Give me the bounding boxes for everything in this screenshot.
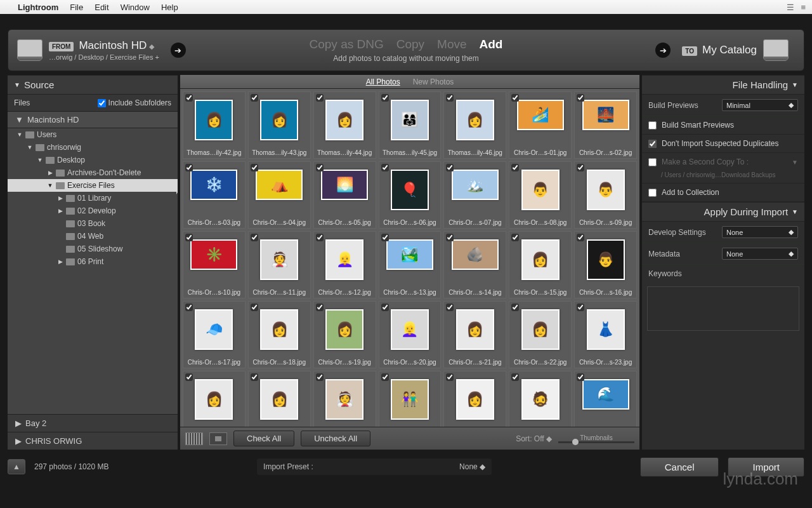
cancel-button[interactable]: Cancel (640, 457, 719, 477)
thumbnail-checkbox[interactable] (251, 373, 258, 381)
thumbnail-checkbox[interactable] (251, 304, 258, 311)
uncheck-all-button[interactable]: Uncheck All (301, 431, 370, 446)
mode-copy[interactable]: Copy (396, 37, 424, 51)
folder-users[interactable]: ▼Users (8, 128, 178, 141)
menu-help[interactable]: Help (161, 3, 178, 12)
thumbnail-checkbox[interactable] (185, 373, 193, 381)
thumbnail-checkbox[interactable] (381, 373, 389, 381)
thumbnail-checkbox[interactable] (316, 164, 324, 171)
thumbnail-cell[interactable]: ✳️Chris-Or…s-10.jpg (183, 231, 246, 298)
import-preset-select[interactable]: Import Preset : None ◆ (257, 458, 492, 475)
panel-header-source[interactable]: ▼Source (8, 75, 178, 95)
thumbnail-cell[interactable]: 👨‍👩‍👧Thomas…ily-45.jpg (379, 91, 442, 159)
arrow-right-button[interactable]: ➔ (655, 43, 671, 58)
thumbnail-checkbox[interactable] (251, 94, 258, 102)
thumbnail-checkbox[interactable] (446, 94, 454, 102)
thumbnail-checkbox[interactable] (511, 164, 519, 171)
folder-04-web[interactable]: 04 Web (8, 230, 178, 243)
thumbnail-cell[interactable]: 👩Chris-Or…s-15.jpg (509, 231, 572, 298)
thumbnail-checkbox[interactable] (381, 164, 389, 171)
thumbnail-checkbox[interactable] (577, 373, 584, 381)
thumbnail-cell[interactable]: 🎈Chris-Or…s-06.jpg (379, 161, 442, 229)
folder-06-print[interactable]: ▶06 Print (8, 255, 178, 268)
source-section[interactable]: ▶CHRIS ORWIG (8, 432, 178, 450)
thumbnail-cell[interactable]: 👱‍♀️Chris-Or…s-20.jpg (379, 301, 442, 368)
thumbnail-cell[interactable]: 👩Thomas…ily-42.jpg (183, 91, 246, 159)
thumbnail-checkbox[interactable] (316, 373, 324, 381)
thumbnail-checkbox[interactable] (446, 373, 454, 381)
loupe-view-icon[interactable] (209, 432, 227, 445)
thumbnail-cell[interactable]: 🏄Chris-Or…s-01.jpg (509, 91, 572, 159)
smart-previews-checkbox[interactable]: Build Smart Previews (642, 116, 804, 135)
thumbnail-checkbox[interactable] (185, 304, 193, 311)
thumbnail-cell[interactable]: 👰Chris-Or…s-11.jpg (248, 231, 311, 298)
tray-icon[interactable]: ☰ (787, 3, 794, 12)
tab-new-photos[interactable]: New Photos (413, 77, 454, 86)
thumbnail-checkbox[interactable] (316, 94, 324, 102)
thumbnail-cell[interactable]: ❄️Chris-Or…s-03.jpg (183, 161, 246, 229)
panel-header-filehandling[interactable]: File Handling▼ (642, 75, 804, 95)
thumbnail-cell[interactable]: 👩Thomas…ily-46.jpg (443, 91, 506, 159)
grid-view-icon[interactable] (185, 432, 203, 445)
thumbnail-cell[interactable]: 🪨Chris-Or…s-14.jpg (443, 231, 506, 298)
volume-header[interactable]: ▼Macintosh HD (8, 111, 178, 128)
build-previews-select[interactable]: Minimal◆ (722, 99, 798, 111)
thumbnail-cell[interactable]: 🏞️Chris-Or…s-13.jpg (379, 231, 442, 298)
thumbnail-cell[interactable]: 👩Chris-Or…s-25.jpg (248, 371, 311, 427)
thumbnail-checkbox[interactable] (446, 304, 454, 311)
thumbnail-checkbox[interactable] (185, 94, 193, 102)
thumbnail-checkbox[interactable] (577, 94, 584, 102)
menu-file[interactable]: File (70, 3, 83, 12)
import-button[interactable]: Import (728, 457, 804, 477)
source-from-block[interactable]: FROMMacintosh HD◆ …orwig / Desktop / Exe… (49, 39, 159, 61)
thumbnail-checkbox[interactable] (511, 373, 519, 381)
source-section[interactable]: ▶Bay 2 (8, 414, 178, 432)
thumbnail-cell[interactable]: 👨Chris-Or…s-09.jpg (574, 161, 637, 229)
thumbnail-cell[interactable]: 👩Thomas…ily-43.jpg (248, 91, 311, 159)
thumbnail-cell[interactable]: 👨Chris-Or…s-08.jpg (509, 161, 572, 229)
app-name[interactable]: Lightroom (18, 3, 58, 12)
metadata-select[interactable]: None◆ (722, 248, 798, 260)
folder-03-book[interactable]: 03 Book (8, 217, 178, 230)
dest-block[interactable]: ➔ TOMy Catalog (644, 39, 795, 61)
thumbnail-cell[interactable]: 👩Chris-Or…s-18.jpg (248, 301, 311, 368)
thumbnail-checkbox[interactable] (446, 164, 454, 171)
thumbnail-checkbox[interactable] (511, 304, 519, 311)
thumbnail-cell[interactable]: 🏔️Chris-Or…s-07.jpg (443, 161, 506, 229)
folder-01-library[interactable]: ▶01 Library (8, 192, 178, 204)
thumbnail-cell[interactable]: 🌊Chris-Or…s-30.jpg (574, 371, 637, 427)
thumbnail-checkbox[interactable] (577, 234, 584, 241)
folder-05-slideshow[interactable]: 05 Slideshow (8, 243, 178, 255)
thumbnail-checkbox[interactable] (381, 94, 389, 102)
thumbnail-checkbox[interactable] (577, 304, 584, 311)
thumbnail-checkbox[interactable] (185, 164, 193, 171)
thumbnail-cell[interactable]: 👩Chris-Or…s-21.jpg (443, 301, 506, 368)
include-subfolders-checkbox[interactable]: Include Subfolders (98, 98, 171, 107)
panel-header-apply-during-import[interactable]: Apply During Import▼ (642, 202, 804, 222)
second-copy-checkbox[interactable]: Make a Second Copy To :▼ / Users / chris… (642, 153, 804, 184)
thumbnail-cell[interactable]: ⛺Chris-Or…s-04.jpg (248, 161, 311, 229)
thumbnail-checkbox[interactable] (381, 304, 389, 311)
thumbnail-checkbox[interactable] (316, 304, 324, 311)
thumbnail-cell[interactable]: 👩Thomas…ily-44.jpg (313, 91, 376, 159)
thumbnail-cell[interactable]: 🌅Chris-Or…s-05.jpg (313, 161, 376, 229)
thumbnail-checkbox[interactable] (511, 94, 519, 102)
menu-edit[interactable]: Edit (95, 3, 108, 12)
sort-value[interactable]: Off (534, 434, 544, 443)
folder-chrisorwig[interactable]: ▼chrisorwig (8, 141, 178, 154)
tray-icon[interactable]: ≡ (801, 3, 806, 12)
thumbnail-cell[interactable]: 👰Chris-Or…s-26.jpg (313, 371, 376, 427)
folder-desktop[interactable]: ▼Desktop (8, 154, 178, 166)
menu-window[interactable]: Window (121, 3, 150, 12)
thumbnail-cell[interactable]: 👫Chris-Or…s-27.jpg (379, 371, 442, 427)
thumbnail-size-slider[interactable]: Thumbnails (558, 434, 634, 443)
thumbnail-checkbox[interactable] (251, 234, 258, 241)
mode-move[interactable]: Move (437, 37, 466, 51)
keywords-input[interactable] (647, 286, 799, 331)
thumbnail-cell[interactable]: 👩Chris-Or…s-24.jpg (183, 371, 246, 427)
no-duplicates-checkbox[interactable]: Don't Import Suspected Duplicates (642, 135, 804, 153)
thumbnail-checkbox[interactable] (316, 234, 324, 241)
thumbnail-cell[interactable]: 🧔Chris-Or…s-29.jpg (509, 371, 572, 427)
thumbnail-grid[interactable]: 👩Thomas…ily-42.jpg👩Thomas…ily-43.jpg👩Tho… (180, 89, 639, 427)
thumbnail-checkbox[interactable] (381, 234, 389, 241)
